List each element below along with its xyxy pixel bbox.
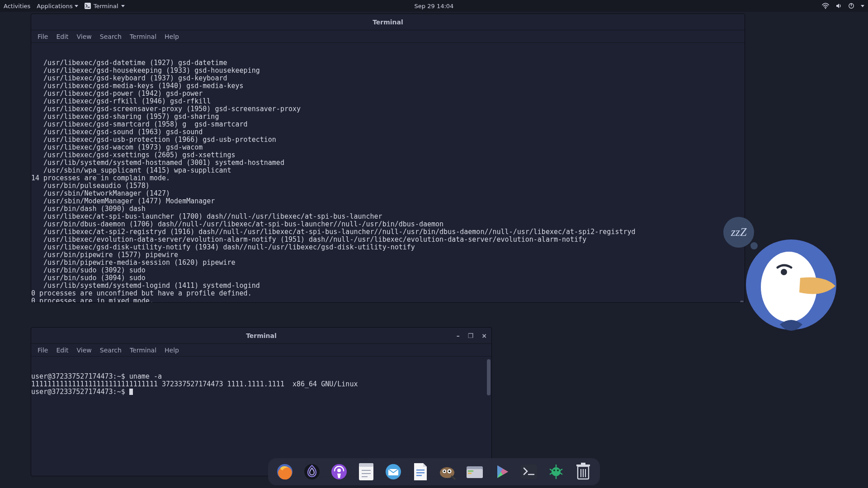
svg-rect-18 bbox=[416, 472, 425, 474]
maximize-button[interactable]: ❐ bbox=[468, 332, 474, 339]
dock-firefox[interactable] bbox=[274, 461, 295, 482]
terminal-line: /usr/lib/systemd/systemd-hostnamed (3001… bbox=[31, 159, 745, 167]
document-icon bbox=[412, 462, 429, 481]
terminal-line: /usr/lib/systemd/systemd-logind (1411) s… bbox=[31, 282, 745, 290]
dock-media[interactable] bbox=[491, 461, 512, 482]
menu-search[interactable]: Search bbox=[100, 33, 122, 40]
terminal-line: /usr/bin/sudo (3092) sudo bbox=[31, 267, 745, 274]
terminal-icon bbox=[520, 464, 538, 480]
mail-icon bbox=[384, 463, 402, 481]
menu-terminal[interactable]: Terminal bbox=[130, 33, 156, 40]
terminal-line: /usr/libexec/gsd-smartcard (1958) g gsd-… bbox=[31, 121, 745, 128]
dock-security[interactable] bbox=[546, 461, 566, 482]
menu-view[interactable]: View bbox=[77, 347, 92, 354]
window-title: Terminal bbox=[373, 19, 403, 26]
dock-terminal[interactable] bbox=[519, 461, 539, 482]
play-icon bbox=[493, 463, 511, 481]
chevron-down-icon bbox=[75, 5, 78, 7]
system-tray[interactable] bbox=[822, 3, 864, 9]
menu-file[interactable]: File bbox=[38, 33, 48, 40]
dock-gimp[interactable] bbox=[437, 461, 458, 482]
dock-trash[interactable] bbox=[573, 461, 594, 482]
close-button[interactable]: × bbox=[481, 332, 487, 339]
bug-icon bbox=[547, 463, 565, 481]
files-icon bbox=[465, 464, 484, 480]
terminal-line: /usr/libexec/gsd-power (1942) gsd-power bbox=[31, 90, 745, 98]
terminal-line: /usr/bin/sudo (3094) sudo bbox=[31, 274, 745, 282]
svg-rect-27 bbox=[468, 470, 473, 472]
svg-point-1 bbox=[825, 8, 826, 9]
menu-help[interactable]: Help bbox=[165, 347, 179, 354]
terminal-window-2[interactable]: Terminal – ❐ × File Edit View Search Ter… bbox=[31, 327, 492, 476]
firefox-icon bbox=[276, 463, 294, 481]
dock-document[interactable] bbox=[410, 461, 431, 482]
terminal-line: /usr/libexec/gsd-datetime (1927) gsd-dat… bbox=[31, 59, 745, 67]
volume-icon[interactable] bbox=[835, 3, 842, 9]
chevron-down-icon bbox=[121, 5, 125, 7]
terminal-line: /usr/libexec/evolution-data-server/evolu… bbox=[31, 236, 745, 244]
menubar: File Edit View Search Terminal Help bbox=[31, 344, 491, 357]
network-icon[interactable] bbox=[822, 3, 829, 9]
notes-icon bbox=[358, 462, 375, 481]
duck-mascot-icon bbox=[741, 235, 841, 334]
minimize-button[interactable]: – bbox=[457, 332, 460, 339]
dock-tor[interactable] bbox=[302, 461, 322, 482]
onion-icon bbox=[303, 463, 321, 481]
terminal-line: /usr/libexec/gsd-housekeeping (1933) gsd… bbox=[31, 67, 745, 75]
terminal-line: /usr/libexec/at-spi-bus-launcher (1700) … bbox=[31, 213, 745, 221]
terminal-line: /usr/bin/dash (3090) dash bbox=[31, 205, 745, 213]
svg-point-34 bbox=[553, 469, 555, 471]
menu-file[interactable]: File bbox=[38, 347, 48, 354]
menubar: File Edit View Search Terminal Help bbox=[31, 30, 745, 43]
sleep-bubble: zzZ bbox=[723, 217, 754, 248]
dock-files[interactable] bbox=[464, 461, 485, 482]
dock-notes[interactable] bbox=[356, 461, 377, 482]
cursor bbox=[129, 389, 133, 395]
mascot: zzZ bbox=[741, 235, 841, 334]
terminal-line: /usr/libexec/gsd-screensaver-proxy (1950… bbox=[31, 105, 745, 113]
podcast-icon bbox=[330, 463, 348, 481]
trash-icon bbox=[576, 463, 591, 481]
terminal-line: /usr/libexec/gsd-wacom (1973) gsd-wacom bbox=[31, 144, 745, 151]
menu-edit[interactable]: Edit bbox=[56, 33, 68, 40]
terminal-line: user@372337527174473:~$ uname -a bbox=[31, 373, 491, 380]
scrollbar-thumb[interactable] bbox=[487, 359, 491, 395]
dock-podcast[interactable] bbox=[329, 461, 349, 482]
menu-edit[interactable]: Edit bbox=[56, 347, 68, 354]
titlebar[interactable]: Terminal – ❐ × bbox=[31, 328, 491, 344]
svg-rect-38 bbox=[581, 463, 585, 465]
menu-terminal[interactable]: Terminal bbox=[130, 347, 156, 354]
terminal-window-1[interactable]: Terminal File Edit View Search Terminal … bbox=[31, 14, 745, 303]
menu-help[interactable]: Help bbox=[165, 33, 179, 40]
activities-button[interactable]: Activities bbox=[4, 3, 30, 9]
applications-menu[interactable]: Applications bbox=[37, 3, 78, 9]
titlebar[interactable]: Terminal bbox=[31, 14, 745, 30]
clock[interactable]: Sep 29 14:04 bbox=[415, 3, 454, 9]
terminal-line: /usr/libexec/gsd-xsettings (2605) gsd-xs… bbox=[31, 151, 745, 159]
window-switcher-terminal[interactable]: Terminal bbox=[85, 3, 125, 9]
menu-search[interactable]: Search bbox=[100, 347, 122, 354]
terminal-line: /usr/sbin/wpa_supplicant (1415) wpa-supp… bbox=[31, 167, 745, 174]
svg-point-6 bbox=[781, 269, 787, 275]
menu-view[interactable]: View bbox=[77, 33, 92, 40]
prompt-line[interactable]: user@372337527174473:~$ bbox=[31, 388, 491, 396]
terminal-line: /usr/libexec/gsd-sharing (1957) gsd-shar… bbox=[31, 113, 745, 121]
svg-rect-37 bbox=[576, 465, 590, 466]
svg-point-10 bbox=[337, 469, 341, 472]
terminal-line: /usr/libexec/gsd-rfkill (1946) gsd-rfkil… bbox=[31, 98, 745, 105]
terminal-line: /usr/bin/pipewire-media-session (1620) p… bbox=[31, 259, 745, 267]
svg-point-22 bbox=[443, 470, 445, 472]
svg-point-33 bbox=[552, 467, 561, 476]
terminal-output[interactable]: /usr/libexec/gsd-datetime (1927) gsd-dat… bbox=[31, 43, 745, 302]
svg-rect-12 bbox=[359, 463, 373, 467]
terminal-line: /usr/sbin/NetworkManager (1427) bbox=[31, 190, 745, 197]
svg-rect-17 bbox=[416, 469, 425, 471]
terminal-line: /usr/bin/pulseaudio (1578) bbox=[31, 182, 745, 190]
terminal-line: /usr/libexec/gsd-media-keys (1940) gsd-m… bbox=[31, 82, 745, 90]
terminal-line: /usr/bin/dbus-daemon (1706) dash//null-/… bbox=[31, 221, 745, 228]
terminal-line: 0 processes are unconfined but have a pr… bbox=[31, 290, 745, 297]
dock-mail[interactable] bbox=[383, 461, 404, 482]
svg-rect-0 bbox=[85, 3, 91, 9]
power-icon[interactable] bbox=[848, 3, 854, 9]
gimp-icon bbox=[438, 464, 457, 480]
